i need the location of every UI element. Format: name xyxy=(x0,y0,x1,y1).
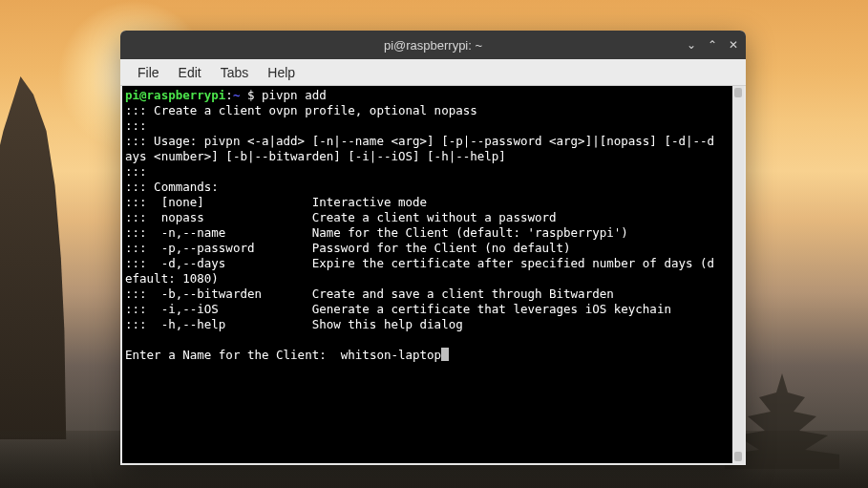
menu-edit[interactable]: Edit xyxy=(171,62,209,83)
window-controls: ⌄ ⌃ ✕ xyxy=(687,39,738,51)
scrollbar-up-icon[interactable] xyxy=(734,88,742,97)
output-line: ::: xyxy=(125,164,147,179)
menu-tabs[interactable]: Tabs xyxy=(213,62,257,83)
output-line: ::: nopass Create a client without a pas… xyxy=(125,210,557,224)
output-line: ::: xyxy=(125,118,147,133)
terminal-wrap: pi@raspberrypi:~ $ pivpn add ::: Create … xyxy=(120,86,746,465)
output-line: ::: -h,--help Show this help dialog xyxy=(125,317,463,331)
close-icon[interactable]: ✕ xyxy=(729,39,738,51)
terminal-output[interactable]: pi@raspberrypi:~ $ pivpn add ::: Create … xyxy=(122,86,732,463)
prompt-sigil: $ xyxy=(240,88,262,102)
output-line: ::: -p,--password Password for the Clien… xyxy=(125,241,571,255)
scrollbar-down-icon[interactable] xyxy=(734,452,742,461)
minimize-icon[interactable]: ⌄ xyxy=(687,39,696,51)
maximize-icon[interactable]: ⌃ xyxy=(708,39,717,51)
output-line: ::: Commands: xyxy=(125,180,219,194)
client-name-prompt: Enter a Name for the Client: xyxy=(125,348,341,362)
prompt-colon: : xyxy=(225,88,233,102)
menubar: File Edit Tabs Help xyxy=(120,59,746,86)
prompt-command: pivpn add xyxy=(262,88,327,102)
output-line: ::: -n,--name Name for the Client (defau… xyxy=(125,225,628,240)
client-name-input[interactable]: whitson-laptop xyxy=(341,348,441,362)
output-line: ::: Create a client ovpn profile, option… xyxy=(125,103,477,117)
window-title: pi@raspberrypi: ~ xyxy=(384,38,482,53)
output-line: ::: Usage: pivpn <-a|add> [-n|--name <ar… xyxy=(125,134,714,163)
menu-help[interactable]: Help xyxy=(260,62,303,83)
output-line: ::: [none] Interactive mode xyxy=(125,195,427,209)
titlebar[interactable]: pi@raspberrypi: ~ ⌄ ⌃ ✕ xyxy=(120,31,746,59)
output-line: ::: -b,--bitwarden Create and save a cli… xyxy=(125,286,614,301)
scrollbar[interactable] xyxy=(732,86,744,463)
output-line: ::: -d,--days Expire the certificate aft… xyxy=(125,256,714,286)
prompt-userhost: pi@raspberrypi xyxy=(125,88,225,102)
background-temple-silhouette xyxy=(0,76,76,439)
terminal-cursor xyxy=(441,348,449,361)
terminal-window: pi@raspberrypi: ~ ⌄ ⌃ ✕ File Edit Tabs H… xyxy=(120,31,746,465)
menu-file[interactable]: File xyxy=(130,62,167,83)
output-line: ::: -i,--iOS Generate a certificate that… xyxy=(125,302,671,316)
